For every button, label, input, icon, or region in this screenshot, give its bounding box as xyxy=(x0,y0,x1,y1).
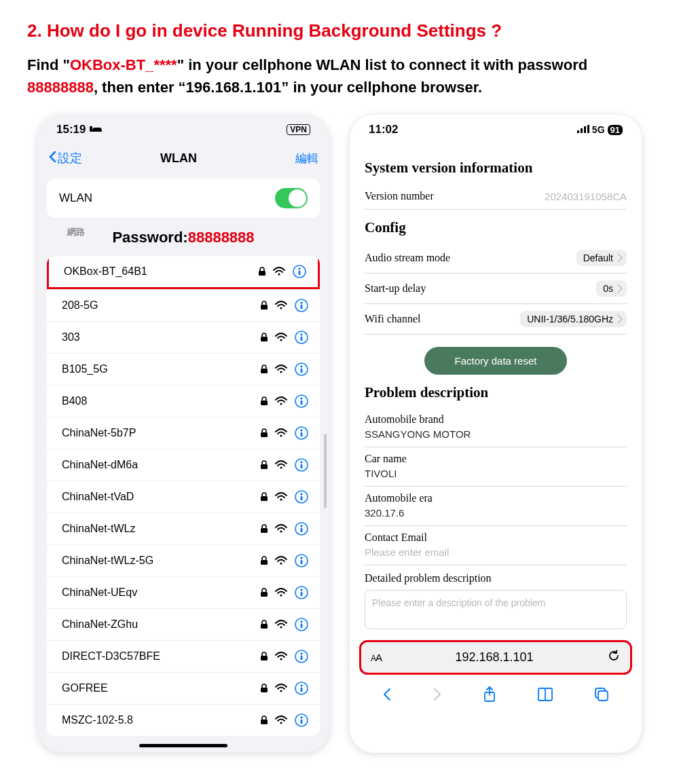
scrollbar[interactable] xyxy=(324,434,327,508)
svg-point-14 xyxy=(280,339,282,341)
nav-forward-button[interactable] xyxy=(432,687,443,705)
svg-rect-2 xyxy=(93,128,101,130)
wlan-toggle[interactable] xyxy=(275,188,308,208)
home-indicator[interactable] xyxy=(139,744,227,747)
info-icon[interactable] xyxy=(294,298,309,313)
svg-point-69 xyxy=(280,690,282,692)
startup-select[interactable]: 0s xyxy=(596,280,627,297)
network-name: ChinaNet-tWLz-5G xyxy=(62,555,153,567)
wifi-icon xyxy=(273,267,285,276)
wifi-icon xyxy=(275,365,287,374)
wifi-channel-label: Wifi channel xyxy=(365,313,420,325)
svg-point-16 xyxy=(301,334,302,335)
status-bar: 11:02 5G 91 xyxy=(350,115,642,145)
svg-rect-79 xyxy=(581,128,583,133)
svg-rect-3 xyxy=(259,271,265,276)
svg-point-64 xyxy=(280,658,282,660)
network-row[interactable]: ChinaNet-UEqv xyxy=(47,576,320,608)
share-button[interactable] xyxy=(482,686,497,706)
instr-part3: , then enter “196.168.1.101” in your cel… xyxy=(94,79,482,96)
lock-icon xyxy=(260,524,268,534)
config-heading: Config xyxy=(365,219,627,236)
info-icon[interactable] xyxy=(294,330,309,345)
info-icon[interactable] xyxy=(294,617,309,632)
info-icon[interactable] xyxy=(294,649,309,664)
phone-browser: 11:02 5G 91 System version information V… xyxy=(350,115,642,753)
car-value[interactable]: TIVOLI xyxy=(365,468,627,479)
vpn-badge: VPN xyxy=(287,124,310,135)
nav-title: WLAN xyxy=(62,151,295,166)
network-row[interactable]: ChinaNet-dM6a xyxy=(47,449,320,481)
info-icon[interactable] xyxy=(294,681,309,696)
instr-part1: Find " xyxy=(27,56,70,73)
reload-icon[interactable] xyxy=(607,649,621,666)
network-name: MSZC-102-5.8 xyxy=(62,714,133,726)
info-icon[interactable] xyxy=(294,426,309,441)
era-value[interactable]: 320.17.6 xyxy=(365,507,627,519)
tabs-button[interactable] xyxy=(593,686,610,705)
network-row[interactable]: 208-5G xyxy=(47,289,320,321)
url-bar[interactable]: AA 192.168.1.101 xyxy=(359,640,632,675)
bookmarks-button[interactable] xyxy=(536,687,554,705)
info-icon[interactable] xyxy=(294,458,309,472)
network-row[interactable]: B105_5G xyxy=(47,353,320,385)
edit-button[interactable]: 編輯 xyxy=(295,151,318,166)
page-heading: 2. How do I go in device Running Backgro… xyxy=(27,20,652,41)
audio-label: Audio stream mode xyxy=(365,252,450,264)
network-row[interactable]: DIRECT-D3C57BFE xyxy=(47,640,320,672)
network-row[interactable]: ChinaNet-ZGhu xyxy=(47,608,320,640)
svg-rect-80 xyxy=(584,126,586,133)
network-name: ChinaNet-5b7P xyxy=(62,427,136,439)
wifi-channel-select[interactable]: UNII-1/36/5.180GHz xyxy=(520,311,627,327)
network-row[interactable]: B408 xyxy=(47,385,320,417)
network-row[interactable]: MSZC-102-5.8 xyxy=(47,704,320,736)
svg-point-71 xyxy=(301,685,302,686)
info-icon[interactable] xyxy=(294,713,309,728)
info-icon[interactable] xyxy=(292,264,307,279)
era-label: Automobile era xyxy=(365,492,627,504)
network-row[interactable]: ChinaNet-tWLz xyxy=(47,512,320,544)
network-name: 208-5G xyxy=(62,299,98,312)
svg-rect-53 xyxy=(261,592,268,597)
network-row[interactable]: GOFREE xyxy=(47,672,320,704)
network-row[interactable]: ChinaNet-tWLz-5G xyxy=(47,544,320,576)
detail-textarea[interactable]: Please enter a description of the proble… xyxy=(365,590,627,629)
svg-rect-8 xyxy=(261,305,268,310)
network-name: ChinaNet-tWLz xyxy=(62,523,135,535)
svg-rect-18 xyxy=(261,369,268,373)
info-icon[interactable] xyxy=(294,394,309,409)
lock-icon xyxy=(258,267,266,276)
info-icon[interactable] xyxy=(294,489,309,504)
status-bar: 15:19 VPN xyxy=(37,115,329,145)
info-icon[interactable] xyxy=(294,553,309,568)
text-size-button[interactable]: AA xyxy=(371,652,382,663)
status-time: 11:02 xyxy=(369,123,398,136)
network-name: ChinaNet-dM6a xyxy=(62,459,138,471)
info-icon[interactable] xyxy=(294,362,309,377)
network-name: GOFREE xyxy=(62,682,108,694)
factory-reset-button[interactable]: Factory data reset xyxy=(424,347,567,375)
info-icon[interactable] xyxy=(294,585,309,600)
network-row[interactable]: ChinaNet-5b7P xyxy=(47,417,320,449)
svg-point-44 xyxy=(280,530,282,532)
networks-section-label: 網路 xyxy=(47,226,105,241)
svg-rect-81 xyxy=(587,125,589,133)
network-name: ChinaNet-ZGhu xyxy=(62,618,138,631)
info-icon[interactable] xyxy=(294,521,309,536)
wifi-icon xyxy=(275,428,287,438)
wifi-icon xyxy=(275,333,287,342)
svg-point-54 xyxy=(280,594,282,596)
lock-icon xyxy=(260,333,268,342)
nav-back-button[interactable] xyxy=(382,687,392,705)
network-row[interactable]: ChinaNet-tVaD xyxy=(47,481,320,512)
network-row[interactable]: OKBox-BT_64B1 xyxy=(47,256,320,289)
network-row[interactable]: 303 xyxy=(47,321,320,353)
brand-value[interactable]: SSANGYONG MOTOR xyxy=(365,428,627,440)
wifi-icon xyxy=(275,684,287,693)
lock-icon xyxy=(260,588,268,597)
svg-rect-78 xyxy=(577,130,579,133)
email-field[interactable]: Please enter email xyxy=(365,546,627,558)
svg-point-56 xyxy=(301,589,302,591)
battery-badge: 91 xyxy=(608,125,623,135)
audio-select[interactable]: Default xyxy=(576,250,627,266)
